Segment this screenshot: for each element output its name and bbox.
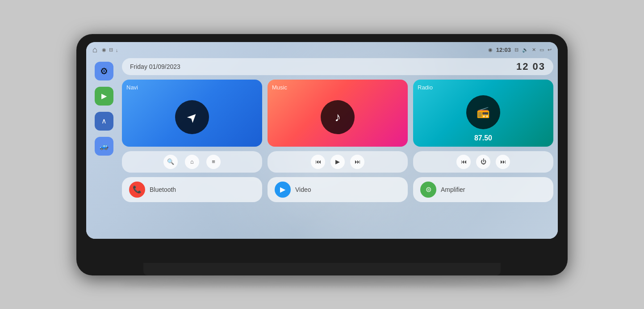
music-icon-circle: ♪ bbox=[321, 100, 355, 134]
navi-list-btn[interactable]: ≡ bbox=[206, 155, 221, 169]
pin-icon: ◉ bbox=[488, 47, 493, 53]
video-label: Video bbox=[295, 186, 311, 193]
amplifier-btn[interactable]: ⊜ Amplifier bbox=[413, 177, 553, 202]
clock-display: 12 03 bbox=[516, 61, 545, 72]
bluetooth-label: Bluetooth bbox=[150, 186, 176, 193]
carplay-icon: ▶ bbox=[101, 92, 107, 100]
navi-controls: 🔍 ⌂ ≡ bbox=[122, 151, 262, 173]
time-display: 12:03 bbox=[496, 47, 511, 53]
music-controls: ⏮ ▶ ⏭ bbox=[268, 151, 408, 173]
music-column: Music ♪ ⏮ ▶ ⏭ ▶ bbox=[268, 80, 408, 234]
main-content: ⚙ ▶ ∧ 🚙 Friday 01/09/2023 12 03 bbox=[86, 58, 558, 239]
amp-icon: ⊜ bbox=[426, 185, 431, 194]
music-icon: ♪ bbox=[335, 110, 341, 124]
radio-freq: 87.50 bbox=[474, 134, 492, 142]
amplifier-label: Amplifier bbox=[441, 186, 465, 193]
volume-icon: 🔈 bbox=[522, 47, 528, 53]
car-head-unit: ⌂ ◉ ⊟ ↓ ◉ 12:03 ⊟ 🔈 ✕ ▭ ↩ bbox=[76, 34, 568, 275]
close-icon[interactable]: ✕ bbox=[532, 47, 536, 53]
nav-icon: ∧ bbox=[101, 117, 107, 125]
top-bar: ⌂ ◉ ⊟ ↓ ◉ 12:03 ⊟ 🔈 ✕ ▭ ↩ bbox=[86, 42, 558, 58]
sidebar: ⚙ ▶ ∧ 🚙 bbox=[91, 58, 117, 234]
date-bar: Friday 01/09/2023 12 03 bbox=[122, 58, 553, 75]
settings-icon: ⚙ bbox=[100, 66, 108, 76]
vehicle-icon: 🚙 bbox=[100, 142, 109, 150]
video-icon: ▶ bbox=[280, 185, 285, 194]
device-reflection bbox=[121, 280, 523, 289]
sidebar-btn-nav[interactable]: ∧ bbox=[95, 112, 113, 131]
location-icon: ◉ bbox=[102, 47, 106, 53]
radio-card[interactable]: Radio 📻 87.50 bbox=[413, 80, 553, 147]
radio-controls: ⏮ ⏻ ⏭ bbox=[413, 151, 553, 173]
radio-next-btn[interactable]: ⏭ bbox=[496, 155, 510, 169]
sidebar-btn-vehicle[interactable]: 🚙 bbox=[95, 137, 113, 156]
music-next-btn[interactable]: ⏭ bbox=[350, 155, 364, 169]
screen: ⌂ ◉ ⊟ ↓ ◉ 12:03 ⊟ 🔈 ✕ ▭ ↩ bbox=[86, 42, 558, 239]
phone-icon: 📞 bbox=[133, 185, 142, 194]
navi-column: Navi ➤ 🔍 ⌂ ≡ 📞 bbox=[122, 80, 262, 234]
photo-icon: ⊟ bbox=[514, 47, 519, 53]
video-icon-circle: ▶ bbox=[275, 182, 291, 198]
radio-title: Radio bbox=[418, 84, 433, 91]
navi-title: Navi bbox=[126, 84, 138, 91]
radio-power-btn[interactable]: ⏻ bbox=[476, 155, 490, 169]
signal-icon: ↓ bbox=[116, 47, 118, 53]
date-text: Friday 01/09/2023 bbox=[130, 63, 180, 70]
video-btn[interactable]: ▶ Video bbox=[268, 177, 408, 202]
navi-icon: ➤ bbox=[183, 108, 201, 126]
device-stand bbox=[143, 263, 501, 275]
sidebar-btn-settings[interactable]: ⚙ bbox=[95, 62, 113, 80]
music-prev-btn[interactable]: ⏮ bbox=[311, 155, 325, 169]
status-icons: ◉ ⊟ ↓ bbox=[102, 47, 118, 53]
navi-card[interactable]: Navi ➤ bbox=[122, 80, 262, 147]
radio-column: Radio 📻 87.50 ⏮ ⏻ ⏭ bbox=[413, 80, 553, 234]
music-title: Music bbox=[272, 84, 287, 91]
radio-prev-btn[interactable]: ⏮ bbox=[456, 155, 471, 169]
cards-grid: Navi ➤ 🔍 ⌂ ≡ 📞 bbox=[122, 80, 553, 234]
bluetooth-btn[interactable]: 📞 Bluetooth bbox=[122, 177, 262, 202]
navi-icon-circle: ➤ bbox=[175, 100, 209, 134]
top-bar-right: ◉ 12:03 ⊟ 🔈 ✕ ▭ ↩ bbox=[488, 47, 552, 53]
camera-icon: ⊟ bbox=[109, 47, 113, 53]
navi-search-btn[interactable]: 🔍 bbox=[163, 155, 178, 169]
top-bar-left: ⌂ ◉ ⊟ ↓ bbox=[92, 45, 118, 55]
content-area: Friday 01/09/2023 12 03 Navi ➤ bbox=[117, 58, 553, 234]
phone-icon-circle: 📞 bbox=[129, 182, 145, 198]
home-icon[interactable]: ⌂ bbox=[92, 45, 97, 55]
back-icon[interactable]: ↩ bbox=[548, 47, 552, 53]
radio-icon: 📻 bbox=[477, 106, 490, 119]
sidebar-btn-carplay[interactable]: ▶ bbox=[95, 87, 113, 106]
amp-icon-circle: ⊜ bbox=[420, 182, 436, 198]
navi-home-btn[interactable]: ⌂ bbox=[185, 155, 199, 169]
music-play-btn[interactable]: ▶ bbox=[330, 155, 345, 169]
radio-icon-circle: 📻 bbox=[466, 95, 500, 129]
window-icon[interactable]: ▭ bbox=[539, 47, 544, 53]
music-card[interactable]: Music ♪ bbox=[268, 80, 408, 147]
